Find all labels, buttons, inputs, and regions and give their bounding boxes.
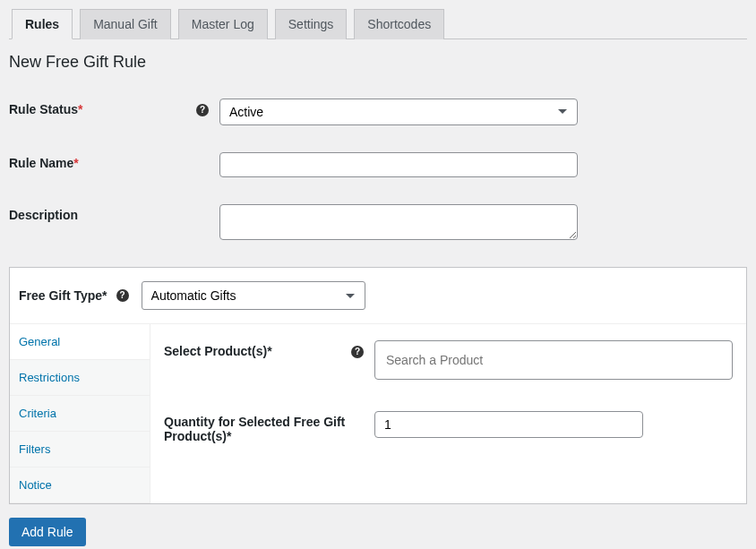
free-gift-type-label: Free Gift Type*	[19, 288, 107, 303]
tab-rules[interactable]: Rules	[12, 9, 73, 39]
rule-name-label: Rule Name*	[9, 152, 219, 170]
side-nav-restrictions[interactable]: Restrictions	[10, 360, 150, 396]
description-textarea[interactable]	[219, 204, 578, 240]
rule-status-label: Rule Status* ?	[9, 99, 219, 116]
help-icon[interactable]: ?	[116, 289, 129, 302]
quantity-input[interactable]	[374, 411, 643, 438]
quantity-label: Quantity for Selected Free Gift Product(…	[164, 411, 374, 443]
page-title: New Free Gift Rule	[9, 53, 747, 72]
gift-type-panel: Free Gift Type* ? Automatic Gifts Genera…	[9, 267, 747, 504]
side-nav-general[interactable]: General	[10, 324, 150, 360]
description-label: Description	[9, 204, 219, 222]
side-nav-notice[interactable]: Notice	[10, 468, 150, 503]
tab-settings[interactable]: Settings	[275, 9, 348, 39]
side-nav-criteria[interactable]: Criteria	[10, 396, 150, 432]
select-products-label: Select Product(s)* ?	[164, 340, 374, 358]
tab-shortcodes[interactable]: Shortcodes	[354, 9, 444, 39]
tab-manual-gift[interactable]: Manual Gift	[80, 9, 171, 39]
help-icon[interactable]: ?	[196, 104, 209, 116]
rule-status-select[interactable]: Active	[219, 99, 578, 125]
side-nav-filters[interactable]: Filters	[10, 432, 150, 468]
help-icon[interactable]: ?	[351, 346, 364, 358]
free-gift-type-select[interactable]: Automatic Gifts	[142, 281, 365, 310]
tabs-bar: Rules Manual Gift Master Log Settings Sh…	[9, 9, 747, 39]
add-rule-button[interactable]: Add Rule	[9, 518, 86, 546]
rule-name-input[interactable]	[219, 152, 578, 177]
search-product-input[interactable]	[374, 340, 733, 380]
tab-master-log[interactable]: Master Log	[178, 9, 268, 39]
side-nav: General Restrictions Criteria Filters No…	[10, 324, 150, 503]
